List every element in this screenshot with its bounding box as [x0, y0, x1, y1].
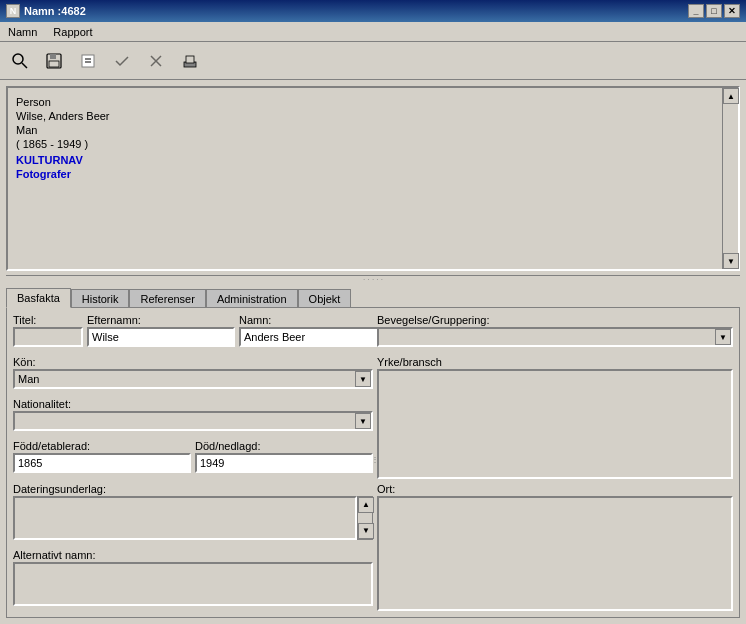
save-button[interactable]: [38, 46, 70, 76]
menu-bar: Namn Rapport: [0, 22, 746, 42]
svg-rect-11: [186, 56, 194, 63]
svg-line-1: [22, 63, 27, 68]
scrollbar-up[interactable]: ▲: [723, 88, 739, 104]
ort-label: Ort:: [377, 483, 733, 495]
tab-bar: Basfakta Historik Referenser Administrat…: [6, 287, 740, 307]
nationalitet-select[interactable]: [13, 411, 373, 431]
yrke-row: Yrke/bransch: [377, 356, 733, 479]
namn-group: Namn:: [239, 314, 387, 352]
datering-scrollbar: ▲ ▼: [357, 496, 373, 540]
titel-input[interactable]: [13, 327, 83, 347]
datering-textarea[interactable]: [13, 496, 357, 540]
bevegelse-select[interactable]: [377, 327, 733, 347]
preview-scrollbar: ▲ ▼: [722, 88, 738, 269]
minimize-button[interactable]: _: [688, 4, 704, 18]
kon-label: Kön:: [13, 356, 373, 368]
tab-historik[interactable]: Historik: [71, 289, 130, 309]
svg-point-0: [13, 54, 23, 64]
person-dates: ( 1865 - 1949 ): [16, 138, 714, 150]
efternamn-group: Efternamn:: [87, 314, 235, 352]
namn-input[interactable]: [239, 327, 387, 347]
datering-scroll-up[interactable]: ▲: [358, 497, 374, 513]
efternamn-input[interactable]: [87, 327, 235, 347]
main-content: Person Wilse, Anders Beer Man ( 1865 - 1…: [0, 80, 746, 624]
search-button[interactable]: [4, 46, 36, 76]
fotografer-link[interactable]: Fotografer: [16, 168, 714, 180]
namn-label: Namn:: [239, 314, 387, 326]
tab-objekt[interactable]: Objekt: [298, 289, 352, 309]
check-button[interactable]: [106, 46, 138, 76]
kon-select[interactable]: Man Kvinna Okänt: [13, 369, 373, 389]
person-name: Wilse, Anders Beer: [16, 110, 714, 122]
ort-textarea[interactable]: [377, 496, 733, 611]
yrke-label: Yrke/bransch: [377, 356, 733, 368]
datering-row: Dateringsunderlag: ▲ ▼: [13, 483, 373, 545]
tab-basfakta[interactable]: Basfakta: [6, 288, 71, 308]
tab-referenser[interactable]: Referenser: [129, 289, 205, 309]
bevegelse-label: Bevegelse/Gruppering:: [377, 314, 733, 326]
ort-row: Ort:: [377, 483, 733, 611]
titel-group: Titel:: [13, 314, 83, 352]
nationalitet-label: Nationalitet:: [13, 398, 373, 410]
cancel-button[interactable]: [140, 46, 172, 76]
resize-handle[interactable]: · · · · ·: [6, 275, 740, 283]
alt-namn-row: Alternativt namn:: [13, 549, 373, 611]
kon-row: Kön: Man Kvinna Okänt ▼: [13, 356, 373, 394]
datering-scroll-down[interactable]: ▼: [358, 523, 374, 539]
menu-rapport[interactable]: Rapport: [49, 25, 96, 39]
dod-label: Död/nedlagd:: [195, 440, 373, 452]
name-row: Titel: Efternamn: Namn:: [13, 314, 373, 352]
scrollbar-track: [723, 104, 738, 253]
alt-namn-textarea[interactable]: [13, 562, 373, 606]
maximize-button[interactable]: □: [706, 4, 722, 18]
toolbar: [0, 42, 746, 80]
stamp-button[interactable]: [174, 46, 206, 76]
titel-label: Titel:: [13, 314, 83, 326]
menu-namn[interactable]: Namn: [4, 25, 41, 39]
person-type: Person: [16, 96, 714, 108]
title-bar: N Namn :4682 _ □ ✕: [0, 0, 746, 22]
efternamn-label: Efternamn:: [87, 314, 235, 326]
person-gender: Man: [16, 124, 714, 136]
alt-namn-label: Alternativt namn:: [13, 549, 373, 561]
kulturnav-link[interactable]: KULTURNAV: [16, 154, 714, 166]
scrollbar-down[interactable]: ▼: [723, 253, 739, 269]
fodd-input[interactable]: [13, 453, 191, 473]
tab-administration[interactable]: Administration: [206, 289, 298, 309]
bevegelse-row: Bevegelse/Gruppering: ▼: [377, 314, 733, 352]
yrke-textarea[interactable]: [377, 369, 733, 479]
dates-divider: ⋮: [373, 440, 377, 478]
dod-group: Död/nedlagd:: [195, 440, 373, 478]
svg-rect-3: [50, 54, 56, 59]
tabs-container: Basfakta Historik Referenser Administrat…: [6, 287, 740, 618]
dates-row: Född/etablerad: Död/nedlagd: ⋮: [13, 440, 373, 478]
window-title: Namn :4682: [24, 5, 86, 17]
dod-input[interactable]: [195, 453, 373, 473]
fodd-label: Född/etablerad:: [13, 440, 191, 452]
svg-rect-4: [49, 61, 59, 67]
edit-button[interactable]: [72, 46, 104, 76]
datering-label: Dateringsunderlag:: [13, 483, 373, 495]
preview-panel: Person Wilse, Anders Beer Man ( 1865 - 1…: [6, 86, 740, 271]
svg-rect-5: [82, 55, 94, 67]
nationalitet-row: Nationalitet: ▼: [13, 398, 373, 436]
tab-content-basfakta: Titel: Efternamn: Namn: Bevegelse/Gruppe…: [6, 307, 740, 618]
window-icon: N: [6, 4, 20, 18]
fodd-group: Född/etablerad:: [13, 440, 191, 478]
close-button[interactable]: ✕: [724, 4, 740, 18]
